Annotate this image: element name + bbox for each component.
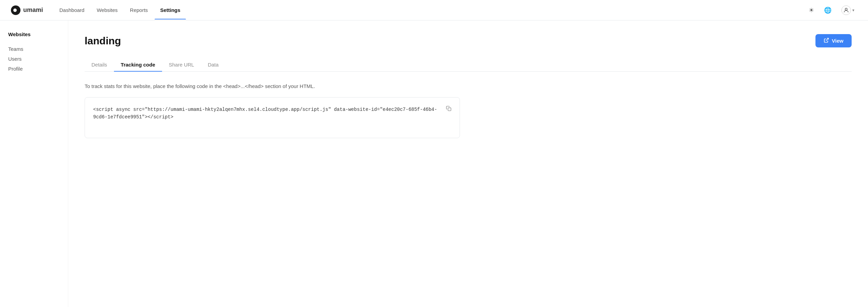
chevron-down-icon: ▾	[852, 8, 854, 13]
main-content: landing View Details Tracking code Share…	[68, 20, 868, 307]
sun-icon: ☀	[809, 6, 814, 14]
nav-right-actions: ☀ 🌐 ▾	[806, 4, 857, 16]
tab-details[interactable]: Details	[85, 58, 114, 72]
nav-settings[interactable]: Settings	[155, 4, 186, 16]
tab-data[interactable]: Data	[201, 58, 226, 72]
user-avatar	[841, 5, 851, 15]
sidebar: Websites Teams Users Profile	[0, 20, 68, 307]
app-name: umami	[23, 6, 43, 14]
top-navigation: umami Dashboard Websites Reports Setting…	[0, 0, 868, 20]
sidebar-item-profile[interactable]: Profile	[8, 64, 60, 74]
nav-dashboard[interactable]: Dashboard	[54, 4, 90, 16]
tabs-bar: Details Tracking code Share URL Data	[85, 58, 852, 72]
page-header: landing View	[85, 34, 852, 47]
copy-button[interactable]	[443, 103, 454, 114]
tab-share-url[interactable]: Share URL	[162, 58, 201, 72]
globe-icon: 🌐	[824, 6, 831, 14]
code-snippet-text: <script async src="https://umami-umami-h…	[93, 107, 437, 120]
language-button[interactable]: 🌐	[822, 5, 833, 16]
tracking-code-description: To track stats for this website, place t…	[85, 83, 852, 90]
tab-content-tracking-code: To track stats for this website, place t…	[85, 83, 852, 138]
nav-websites[interactable]: Websites	[91, 4, 123, 16]
app-logo[interactable]: umami	[11, 5, 43, 15]
user-menu[interactable]: ▾	[839, 4, 857, 16]
view-button[interactable]: View	[815, 34, 852, 47]
sidebar-item-users[interactable]: Users	[8, 54, 60, 64]
page-title: landing	[85, 35, 121, 47]
code-snippet-box: <script async src="https://umami-umami-h…	[85, 97, 460, 138]
view-button-label: View	[832, 38, 843, 44]
svg-line-1	[826, 38, 828, 41]
svg-rect-2	[448, 108, 451, 111]
external-link-icon	[824, 38, 829, 44]
sidebar-section-title: Websites	[8, 31, 60, 37]
sidebar-item-teams[interactable]: Teams	[8, 44, 60, 54]
tab-tracking-code[interactable]: Tracking code	[114, 58, 162, 72]
nav-links: Dashboard Websites Reports Settings	[54, 4, 806, 16]
main-layout: Websites Teams Users Profile landing Vie…	[0, 20, 868, 307]
logo-icon	[11, 5, 20, 15]
theme-toggle-button[interactable]: ☀	[806, 5, 817, 16]
nav-reports[interactable]: Reports	[125, 4, 154, 16]
svg-point-0	[845, 8, 847, 10]
